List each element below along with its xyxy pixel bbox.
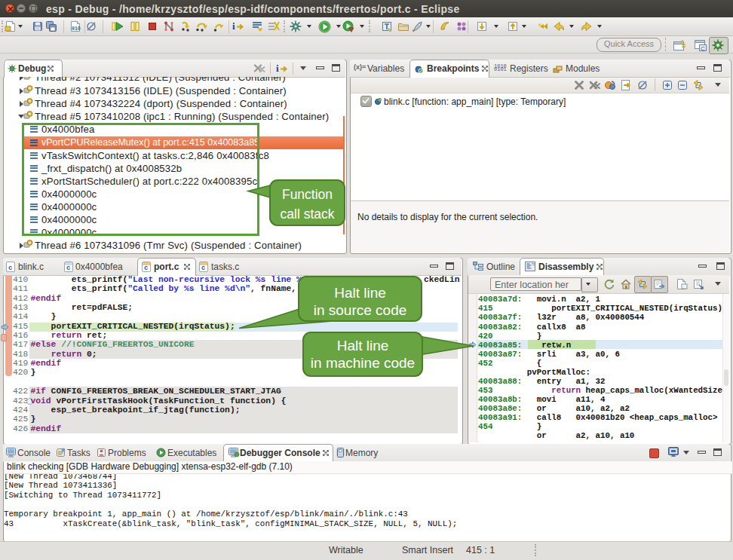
svg-text:c: c <box>8 265 12 272</box>
svg-text:010: 010 <box>72 26 81 32</box>
svg-text:C: C <box>701 45 705 52</box>
svg-text:c: c <box>144 265 148 272</box>
svg-text:c: c <box>66 265 70 272</box>
svg-text:c: c <box>201 265 205 272</box>
